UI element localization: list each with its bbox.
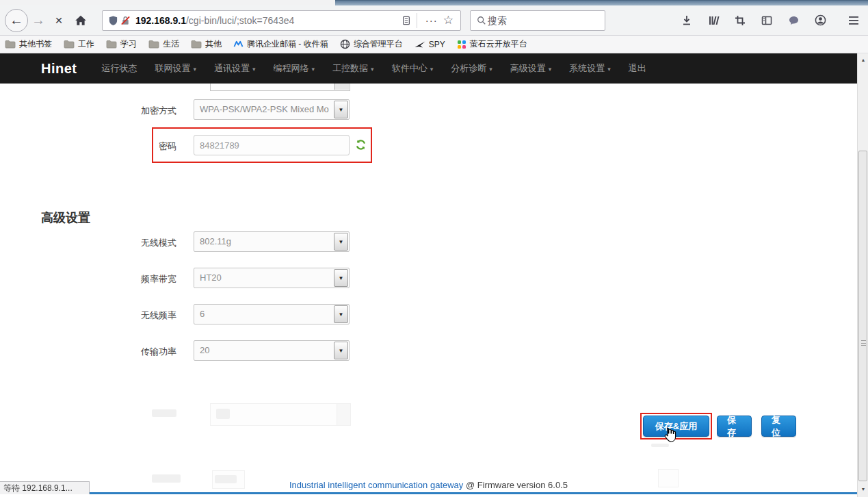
wireless-mode-label: 无线模式 <box>94 237 176 249</box>
generate-password-icon[interactable] <box>355 139 367 153</box>
vertical-scrollbar[interactable]: ▲ ▼ <box>857 53 868 497</box>
chevron-down-icon: ▾ <box>430 66 434 73</box>
bookmark-spy[interactable]: SPY <box>415 40 445 49</box>
account-icon[interactable] <box>814 14 826 27</box>
chevron-down-icon: ▾ <box>489 66 492 73</box>
bookmark-tencent-exmail[interactable]: 腾讯企业邮箱 - 收件箱 <box>233 38 328 50</box>
url-text[interactable]: 192.168.9.1/cgi-bin/luci/;stok=7643e4 <box>135 15 400 26</box>
scrollbar-grip <box>861 340 866 346</box>
back-button[interactable]: ← <box>5 9 28 32</box>
nav-item-status[interactable]: 运行状态 <box>102 62 137 75</box>
forward-button[interactable]: → <box>28 12 49 28</box>
nav-item-advanced-settings[interactable]: 高级设置▾ <box>510 62 552 75</box>
chat-icon[interactable] <box>787 14 800 27</box>
nav-item-logout[interactable]: 退出 <box>629 62 646 75</box>
chevron-down-icon: ▾ <box>312 66 315 73</box>
search-box[interactable] <box>470 10 605 31</box>
tx-power-select[interactable]: 20 ▼ <box>194 340 350 361</box>
tx-power-label: 传输功率 <box>94 346 176 358</box>
page-footer: Industrial intelligent communication gat… <box>0 480 857 490</box>
download-icon[interactable] <box>681 14 693 27</box>
select-arrow-icon[interactable]: ▼ <box>334 101 348 118</box>
site-menu: 运行状态 联网设置▾ 通讯设置▾ 编程网络▾ 工控数据▾ 软件中心▾ 分析诊断▾… <box>102 62 646 75</box>
nav-item-diagnostics[interactable]: 分析诊断▾ <box>451 62 492 75</box>
bandwidth-select[interactable]: HT20 ▼ <box>194 268 350 288</box>
truncated-field-top <box>210 84 350 91</box>
insecure-lock-icon[interactable] <box>119 14 131 27</box>
titlebar <box>0 0 868 5</box>
select-arrow-icon[interactable]: ▼ <box>334 269 348 287</box>
save-button[interactable]: 保存 <box>717 416 752 437</box>
site-navbar: Hinet 运行状态 联网设置▾ 通讯设置▾ 编程网络▾ 工控数据▾ 软件中心▾… <box>0 53 857 84</box>
menu-icon[interactable] <box>847 14 860 27</box>
folder-icon <box>148 40 159 49</box>
nav-item-comm-settings[interactable]: 通讯设置▾ <box>214 62 256 75</box>
wireless-mode-select[interactable]: 802.11g ▼ <box>194 231 350 252</box>
nav-item-programming-network[interactable]: 编程网络▾ <box>274 62 315 75</box>
scroll-down-icon[interactable]: ▼ <box>858 484 868 494</box>
firmware-version-text: @ Firmware version 6.0.5 <box>466 480 568 490</box>
bookmark-label: 综合管理平台 <box>354 38 403 50</box>
bandwidth-label: 频率带宽 <box>94 273 176 285</box>
channel-select[interactable]: 6 ▼ <box>194 304 350 324</box>
select-arrow-icon[interactable]: ▼ <box>334 342 348 359</box>
bookmark-label: 其他书签 <box>19 38 52 50</box>
nav-item-industrial-data[interactable]: 工控数据▾ <box>332 62 374 75</box>
bookmark-folder-work[interactable]: 工作 <box>64 38 94 50</box>
screenshot-icon[interactable] <box>734 14 746 27</box>
bookmark-label: 工作 <box>78 38 94 50</box>
library-icon[interactable] <box>707 14 720 27</box>
encryption-label: 加密方式 <box>94 105 176 117</box>
bookmark-folder-life[interactable]: 生活 <box>148 38 179 50</box>
nav-item-system-settings[interactable]: 系统设置▾ <box>569 62 611 75</box>
footer-divider <box>0 492 857 494</box>
tracking-shield-icon[interactable] <box>107 14 119 27</box>
bookmark-star-icon[interactable]: ☆ <box>442 13 456 27</box>
truncated-select-button <box>334 84 349 90</box>
bookmark-label: SPY <box>429 40 445 49</box>
chevron-down-icon: ▾ <box>549 66 552 73</box>
sidebar-icon[interactable] <box>761 14 773 27</box>
chevron-down-icon: ▾ <box>371 66 374 73</box>
home-button[interactable] <box>69 14 92 27</box>
bookmark-folder-study[interactable]: 学习 <box>106 38 137 50</box>
encryption-select[interactable]: WPA-PSK/WPA2-PSK Mixed Mo ▼ <box>194 99 350 120</box>
channel-value: 6 <box>194 305 349 324</box>
password-input[interactable] <box>194 135 350 155</box>
spy-icon <box>415 40 425 49</box>
bookmark-folder-other-bookmarks[interactable]: 其他书签 <box>5 38 52 50</box>
bookmark-label: 学习 <box>120 38 137 50</box>
channel-label: 无线频率 <box>94 309 176 322</box>
scroll-up-icon[interactable]: ▲ <box>858 55 868 65</box>
chevron-down-icon: ▾ <box>252 66 256 73</box>
scrollbar-thumb[interactable] <box>858 151 867 481</box>
site-logo[interactable]: Hinet <box>41 61 77 77</box>
gateway-footer-link[interactable]: Industrial intelligent communication gat… <box>289 480 463 490</box>
select-arrow-icon[interactable]: ▼ <box>334 233 348 251</box>
select-arrow-icon[interactable]: ▼ <box>334 305 348 323</box>
active-tab-edge <box>0 0 335 5</box>
bookmark-label: 生活 <box>163 38 179 50</box>
nav-item-network-settings[interactable]: 联网设置▾ <box>155 62 197 75</box>
encryption-value: WPA-PSK/WPA2-PSK Mixed Mo <box>194 100 349 119</box>
bandwidth-value: HT20 <box>194 268 349 288</box>
reader-mode-icon[interactable] <box>400 14 412 27</box>
bookmark-ezviz-platform[interactable]: 萤石云开放平台 <box>457 38 527 50</box>
url-bar[interactable]: 192.168.9.1/cgi-bin/luci/;stok=7643e4 ··… <box>102 10 461 31</box>
chevron-down-icon: ▾ <box>194 66 197 73</box>
nav-item-software-center[interactable]: 软件中心▾ <box>392 62 434 75</box>
search-input[interactable] <box>488 15 590 26</box>
stop-button[interactable]: × <box>49 13 69 28</box>
browser-window: ← → × 192.168.9.1/cgi-bin/luci/;stok=764… <box>0 0 868 497</box>
folder-icon <box>64 40 75 49</box>
browser-toolbar: ← → × 192.168.9.1/cgi-bin/luci/;stok=764… <box>0 5 868 36</box>
chevron-down-icon: ▾ <box>607 66 611 73</box>
bookmark-management-platform[interactable]: 综合管理平台 <box>340 38 403 50</box>
mouse-cursor <box>661 426 677 444</box>
bookmark-label: 其他 <box>205 38 222 50</box>
folder-icon <box>5 40 16 49</box>
reset-button[interactable]: 复位 <box>761 416 796 437</box>
bookmark-folder-misc[interactable]: 其他 <box>191 38 222 50</box>
page-actions-icon[interactable]: ··· <box>421 14 442 26</box>
search-icon <box>475 14 488 27</box>
